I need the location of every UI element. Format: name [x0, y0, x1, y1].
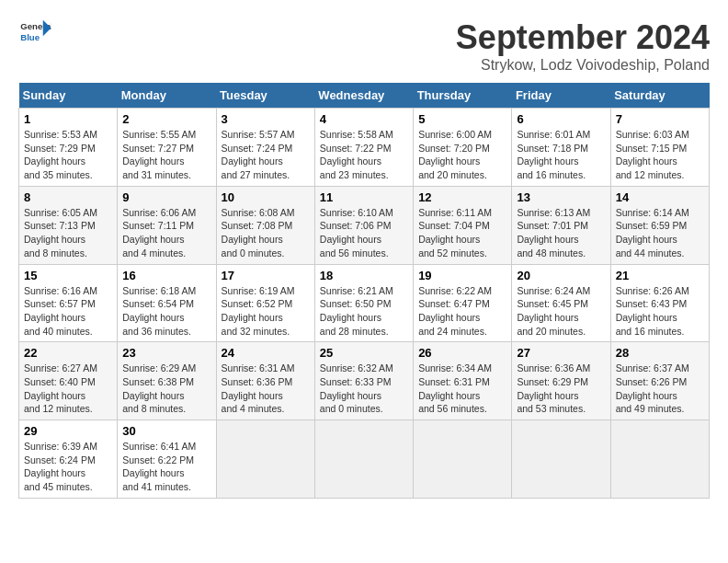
day-cell: 23Sunrise: 6:29 AMSunset: 6:38 PMDayligh…: [118, 342, 216, 420]
day-info: Sunrise: 6:39 AMSunset: 6:24 PMDaylight …: [24, 440, 112, 494]
day-cell: [314, 420, 413, 499]
day-cell: 9Sunrise: 6:06 AMSunset: 7:11 PMDaylight…: [118, 186, 216, 264]
day-info: Sunrise: 6:10 AMSunset: 7:06 PMDaylight …: [320, 206, 408, 260]
day-cell: 30Sunrise: 6:41 AMSunset: 6:22 PMDayligh…: [118, 420, 216, 499]
day-info: Sunrise: 5:58 AMSunset: 7:22 PMDaylight …: [320, 128, 408, 182]
day-info: Sunrise: 6:05 AMSunset: 7:13 PMDaylight …: [24, 206, 112, 260]
day-info: Sunrise: 5:57 AMSunset: 7:24 PMDaylight …: [222, 128, 310, 182]
day-info: Sunrise: 6:21 AMSunset: 6:50 PMDaylight …: [320, 284, 408, 339]
header-cell-tuesday: Tuesday: [216, 83, 314, 109]
day-number: 27: [517, 346, 605, 360]
day-cell: 27Sunrise: 6:36 AMSunset: 6:29 PMDayligh…: [512, 342, 610, 420]
day-number: 15: [24, 269, 112, 282]
page-header: General Blue September 2024 Strykow, Lod…: [18, 18, 710, 74]
day-cell: 19Sunrise: 6:22 AMSunset: 6:47 PMDayligh…: [414, 264, 512, 342]
day-number: 21: [616, 269, 704, 282]
day-info: Sunrise: 6:27 AMSunset: 6:40 PMDaylight …: [24, 362, 112, 416]
day-info: Sunrise: 6:29 AMSunset: 6:38 PMDaylight …: [122, 362, 210, 416]
day-cell: 4Sunrise: 5:58 AMSunset: 7:22 PMDaylight…: [314, 109, 413, 187]
day-cell: 3Sunrise: 5:57 AMSunset: 7:24 PMDaylight…: [216, 109, 314, 187]
day-info: Sunrise: 6:00 AMSunset: 7:20 PMDaylight …: [418, 128, 506, 182]
location-title: Strykow, Lodz Voivodeship, Poland: [456, 57, 710, 74]
day-number: 14: [616, 190, 704, 204]
day-number: 16: [122, 269, 210, 282]
day-number: 5: [418, 112, 506, 126]
day-info: Sunrise: 6:18 AMSunset: 6:54 PMDaylight …: [122, 284, 210, 339]
day-cell: 13Sunrise: 6:13 AMSunset: 7:01 PMDayligh…: [512, 186, 610, 264]
day-cell: [216, 420, 314, 499]
header-cell-sunday: Sunday: [19, 83, 118, 109]
day-info: Sunrise: 5:53 AMSunset: 7:29 PMDaylight …: [24, 128, 112, 182]
day-cell: 6Sunrise: 6:01 AMSunset: 7:18 PMDaylight…: [512, 109, 610, 187]
day-number: 10: [222, 190, 310, 204]
day-cell: 8Sunrise: 6:05 AMSunset: 7:13 PMDaylight…: [19, 186, 118, 264]
day-info: Sunrise: 6:11 AMSunset: 7:04 PMDaylight …: [418, 206, 506, 260]
day-cell: 1Sunrise: 5:53 AMSunset: 7:29 PMDaylight…: [19, 109, 118, 187]
day-cell: [512, 420, 610, 499]
day-number: 6: [517, 112, 605, 126]
day-info: Sunrise: 6:31 AMSunset: 6:36 PMDaylight …: [222, 362, 310, 416]
day-number: 12: [418, 190, 506, 204]
day-info: Sunrise: 6:24 AMSunset: 6:45 PMDaylight …: [517, 284, 605, 339]
day-cell: 29Sunrise: 6:39 AMSunset: 6:24 PMDayligh…: [19, 420, 118, 499]
week-row-1: 1Sunrise: 5:53 AMSunset: 7:29 PMDaylight…: [19, 109, 710, 187]
day-number: 2: [122, 112, 210, 126]
day-info: Sunrise: 6:41 AMSunset: 6:22 PMDaylight …: [122, 440, 210, 494]
day-cell: 28Sunrise: 6:37 AMSunset: 6:26 PMDayligh…: [610, 342, 709, 420]
day-number: 26: [418, 346, 506, 360]
day-cell: 26Sunrise: 6:34 AMSunset: 6:31 PMDayligh…: [414, 342, 512, 420]
header-cell-friday: Friday: [512, 83, 610, 109]
day-number: 24: [222, 346, 310, 360]
week-row-3: 15Sunrise: 6:16 AMSunset: 6:57 PMDayligh…: [19, 264, 710, 342]
day-cell: 17Sunrise: 6:19 AMSunset: 6:52 PMDayligh…: [216, 264, 314, 342]
day-cell: 2Sunrise: 5:55 AMSunset: 7:27 PMDaylight…: [118, 109, 216, 187]
day-cell: 22Sunrise: 6:27 AMSunset: 6:40 PMDayligh…: [19, 342, 118, 420]
day-cell: 11Sunrise: 6:10 AMSunset: 7:06 PMDayligh…: [314, 186, 413, 264]
header-cell-monday: Monday: [118, 83, 216, 109]
day-number: 8: [24, 190, 112, 204]
day-cell: [610, 420, 709, 499]
day-info: Sunrise: 6:14 AMSunset: 6:59 PMDaylight …: [616, 206, 704, 260]
day-number: 3: [222, 112, 310, 126]
day-number: 7: [616, 112, 704, 126]
day-number: 30: [122, 424, 210, 438]
day-number: 23: [122, 346, 210, 360]
day-info: Sunrise: 6:13 AMSunset: 7:01 PMDaylight …: [517, 206, 605, 260]
day-info: Sunrise: 5:55 AMSunset: 7:27 PMDaylight …: [122, 128, 210, 182]
week-row-4: 22Sunrise: 6:27 AMSunset: 6:40 PMDayligh…: [19, 342, 710, 420]
day-number: 17: [222, 269, 310, 282]
day-info: Sunrise: 6:03 AMSunset: 7:15 PMDaylight …: [616, 128, 704, 182]
day-number: 20: [517, 269, 605, 282]
day-cell: 15Sunrise: 6:16 AMSunset: 6:57 PMDayligh…: [19, 264, 118, 342]
day-cell: [414, 420, 512, 499]
day-cell: 25Sunrise: 6:32 AMSunset: 6:33 PMDayligh…: [314, 342, 413, 420]
day-cell: 18Sunrise: 6:21 AMSunset: 6:50 PMDayligh…: [314, 264, 413, 342]
month-title: September 2024: [456, 18, 710, 57]
day-info: Sunrise: 6:01 AMSunset: 7:18 PMDaylight …: [517, 128, 605, 182]
day-number: 13: [517, 190, 605, 204]
day-cell: 14Sunrise: 6:14 AMSunset: 6:59 PMDayligh…: [610, 186, 709, 264]
day-info: Sunrise: 6:22 AMSunset: 6:47 PMDaylight …: [418, 284, 506, 339]
header-cell-thursday: Thursday: [414, 83, 512, 109]
day-cell: 24Sunrise: 6:31 AMSunset: 6:36 PMDayligh…: [216, 342, 314, 420]
day-info: Sunrise: 6:08 AMSunset: 7:08 PMDaylight …: [222, 206, 310, 260]
day-number: 9: [122, 190, 210, 204]
day-cell: 12Sunrise: 6:11 AMSunset: 7:04 PMDayligh…: [414, 186, 512, 264]
day-info: Sunrise: 6:37 AMSunset: 6:26 PMDaylight …: [616, 362, 704, 416]
day-info: Sunrise: 6:19 AMSunset: 6:52 PMDaylight …: [222, 284, 310, 339]
day-cell: 5Sunrise: 6:00 AMSunset: 7:20 PMDaylight…: [414, 109, 512, 187]
day-info: Sunrise: 6:36 AMSunset: 6:29 PMDaylight …: [517, 362, 605, 416]
day-cell: 21Sunrise: 6:26 AMSunset: 6:43 PMDayligh…: [610, 264, 709, 342]
day-number: 1: [24, 112, 112, 126]
day-info: Sunrise: 6:06 AMSunset: 7:11 PMDaylight …: [122, 206, 210, 260]
day-number: 18: [320, 269, 408, 282]
day-cell: 16Sunrise: 6:18 AMSunset: 6:54 PMDayligh…: [118, 264, 216, 342]
day-number: 25: [320, 346, 408, 360]
svg-text:Blue: Blue: [20, 32, 40, 42]
day-number: 11: [320, 190, 408, 204]
day-info: Sunrise: 6:16 AMSunset: 6:57 PMDaylight …: [24, 284, 112, 339]
day-info: Sunrise: 6:34 AMSunset: 6:31 PMDaylight …: [418, 362, 506, 416]
day-number: 4: [320, 112, 408, 126]
day-info: Sunrise: 6:32 AMSunset: 6:33 PMDaylight …: [320, 362, 408, 416]
header-row: SundayMondayTuesdayWednesdayThursdayFrid…: [19, 83, 710, 109]
